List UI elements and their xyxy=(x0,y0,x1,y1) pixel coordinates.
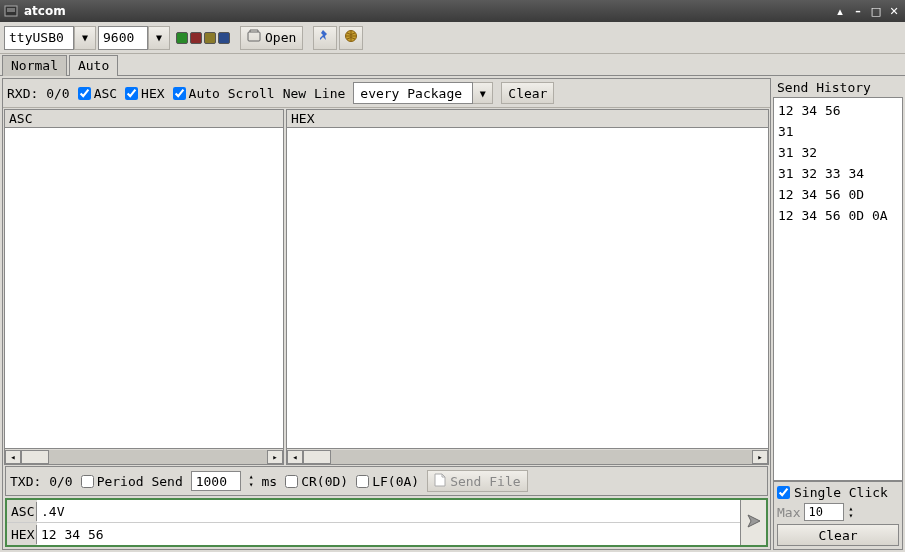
rollup-button[interactable]: ▴ xyxy=(833,4,847,18)
port-combo[interactable]: ▼ xyxy=(4,26,96,50)
spinner-down-icon[interactable]: ▾ xyxy=(848,512,853,519)
new-line-label: New Line xyxy=(283,86,346,101)
history-item[interactable]: 12 34 56 0D 0A xyxy=(776,205,900,226)
baud-dropdown-arrow[interactable]: ▼ xyxy=(148,26,170,50)
send-history-header: Send History xyxy=(773,78,903,97)
pin-icon xyxy=(318,29,332,46)
baud-input[interactable] xyxy=(98,26,148,50)
asc-pane: ASC ◂ ▸ xyxy=(4,109,284,465)
clear-history-label: Clear xyxy=(818,528,857,543)
asc-pane-header: ASC xyxy=(5,110,283,128)
baud-combo[interactable]: ▼ xyxy=(98,26,170,50)
port-input[interactable] xyxy=(4,26,74,50)
history-item[interactable]: 12 34 56 0D xyxy=(776,184,900,205)
spinner-down-icon[interactable]: ▾ xyxy=(249,481,254,489)
max-label: Max xyxy=(777,505,800,520)
single-click-checkbox[interactable]: Single Click xyxy=(777,485,899,500)
pin-button[interactable] xyxy=(313,26,337,50)
send-file-button[interactable]: Send File xyxy=(427,470,527,492)
send-asc-label: ASC xyxy=(7,502,37,521)
svg-rect-1 xyxy=(7,8,15,12)
tab-bar: Normal Auto xyxy=(0,54,905,76)
scroll-thumb[interactable] xyxy=(21,450,49,464)
clear-rx-label: Clear xyxy=(508,86,547,101)
port-dropdown-arrow[interactable]: ▼ xyxy=(74,26,96,50)
period-send-label: Period Send xyxy=(97,474,183,489)
asc-pane-body[interactable] xyxy=(5,128,283,448)
send-button[interactable] xyxy=(740,500,766,545)
scroll-left-icon[interactable]: ◂ xyxy=(287,450,303,464)
scroll-right-icon[interactable]: ▸ xyxy=(267,450,283,464)
app-icon xyxy=(4,4,18,18)
history-item[interactable]: 12 34 56 xyxy=(776,100,900,121)
asc-checkbox[interactable]: ASC xyxy=(78,86,117,101)
led-red xyxy=(190,32,202,44)
minimize-button[interactable]: – xyxy=(851,4,865,18)
rxd-counter: RXD: 0/0 xyxy=(7,86,70,101)
hex-pane: HEX ◂ ▸ xyxy=(286,109,769,465)
window-title: atcom xyxy=(24,4,66,18)
main-toolbar: ▼ ▼ Open xyxy=(0,22,905,54)
cr-checkbox[interactable]: CR(0D) xyxy=(285,474,348,489)
hex-scrollbar[interactable]: ◂ ▸ xyxy=(287,448,768,464)
txd-counter: TXD: 0/0 xyxy=(10,474,73,489)
scroll-thumb[interactable] xyxy=(303,450,331,464)
scroll-right-icon[interactable]: ▸ xyxy=(752,450,768,464)
auto-scroll-label: Auto Scroll xyxy=(189,86,275,101)
send-file-label: Send File xyxy=(450,474,520,489)
tab-auto-label: Auto xyxy=(78,58,109,73)
hex-checkbox[interactable]: HEX xyxy=(125,86,164,101)
send-asc-input[interactable] xyxy=(37,500,740,522)
newline-select[interactable]: every Package ▼ xyxy=(353,82,493,104)
send-hex-input[interactable] xyxy=(37,523,740,545)
send-hex-label: HEX xyxy=(7,525,37,544)
send-history-list[interactable]: 12 34 563131 3231 32 33 3412 34 56 0D12 … xyxy=(773,97,903,481)
lf-label: LF(0A) xyxy=(372,474,419,489)
globe-icon xyxy=(344,29,358,46)
tab-normal[interactable]: Normal xyxy=(2,55,67,76)
close-button[interactable]: ✕ xyxy=(887,4,901,18)
open-button[interactable]: Open xyxy=(240,26,303,50)
open-label: Open xyxy=(265,30,296,45)
history-item[interactable]: 31 xyxy=(776,121,900,142)
hex-checkbox-label: HEX xyxy=(141,86,164,101)
max-input[interactable] xyxy=(804,503,844,521)
newline-select-arrow[interactable]: ▼ xyxy=(473,82,493,104)
status-leds xyxy=(176,32,230,44)
maximize-button[interactable]: □ xyxy=(869,4,883,18)
auto-scroll-checkbox[interactable]: Auto Scroll xyxy=(173,86,275,101)
ms-label: ms xyxy=(262,474,278,489)
hex-pane-body[interactable] xyxy=(287,128,768,448)
window-titlebar: atcom ▴ – □ ✕ xyxy=(0,0,905,22)
history-item[interactable]: 31 32 33 34 xyxy=(776,163,900,184)
lf-checkbox[interactable]: LF(0A) xyxy=(356,474,419,489)
tx-options-row: TXD: 0/0 Period Send ▴ ▾ ms CR(0D) LF(0A… xyxy=(5,466,768,496)
period-ms-input[interactable] xyxy=(191,471,241,491)
svg-rect-2 xyxy=(248,32,260,41)
clear-history-button[interactable]: Clear xyxy=(777,524,899,546)
newline-select-value: every Package xyxy=(353,82,473,104)
rx-options-row: RXD: 0/0 ASC HEX Auto Scroll New Line ev… xyxy=(3,79,770,108)
globe-button[interactable] xyxy=(339,26,363,50)
scroll-left-icon[interactable]: ◂ xyxy=(5,450,21,464)
send-area: ASC HEX xyxy=(5,498,768,547)
history-item[interactable]: 31 32 xyxy=(776,142,900,163)
led-yellow xyxy=(204,32,216,44)
hex-pane-header: HEX xyxy=(287,110,768,128)
clear-rx-button[interactable]: Clear xyxy=(501,82,554,104)
led-blue xyxy=(218,32,230,44)
file-icon xyxy=(434,473,446,490)
cr-label: CR(0D) xyxy=(301,474,348,489)
open-icon xyxy=(247,29,261,46)
period-send-checkbox[interactable]: Period Send xyxy=(81,474,183,489)
send-icon xyxy=(746,513,762,532)
asc-scrollbar[interactable]: ◂ ▸ xyxy=(5,448,283,464)
tab-normal-label: Normal xyxy=(11,58,58,73)
led-green xyxy=(176,32,188,44)
asc-checkbox-label: ASC xyxy=(94,86,117,101)
single-click-label: Single Click xyxy=(794,485,888,500)
tab-auto[interactable]: Auto xyxy=(69,55,118,76)
